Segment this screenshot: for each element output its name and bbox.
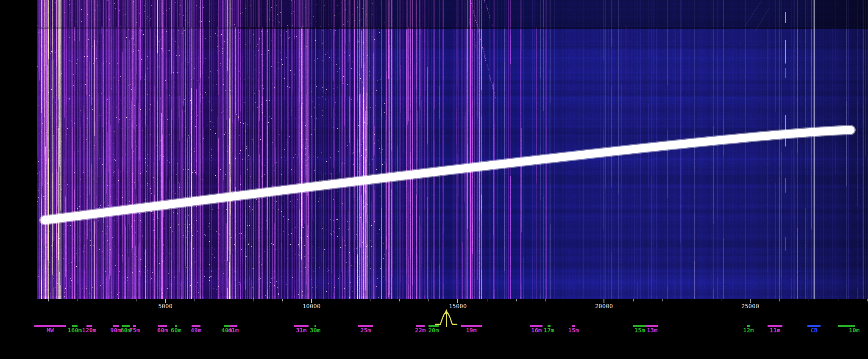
freq-tick-minor [867,299,868,301]
band-label-16m[interactable]: 16m [531,327,542,334]
tuning-marker[interactable] [435,309,457,327]
freq-tick-minor [692,299,692,301]
freq-tick-minor [809,299,809,301]
band-label-49m[interactable]: 49m [191,327,201,334]
freq-tick-minor [545,299,546,301]
freq-label: 25000 [741,303,759,309]
freq-tick-minor [575,299,575,301]
band-label-13m[interactable]: 13m [647,327,657,334]
band-label-12m[interactable]: 12m [743,327,754,334]
band-label-30m[interactable]: 30m [310,327,320,334]
freq-tick-minor [487,299,487,301]
freq-tick-minor [516,299,517,301]
freq-tick-minor [399,299,400,301]
band-label-17m[interactable]: 17m [543,327,554,334]
band-label-160m[interactable]: 160m [68,327,82,334]
freq-tick-minor [136,299,136,301]
marker-arrow-icon [445,309,448,314]
waterfall-spectrogram[interactable] [0,0,868,299]
freq-tick-minor [195,299,195,301]
band-label-25m[interactable]: 25m [360,327,371,334]
band-label-41m[interactable]: 41m [228,327,239,334]
freq-label: 20000 [595,303,613,309]
band-label-15m[interactable]: 15m [568,327,579,334]
freq-tick-minor [721,299,721,301]
freq-tick-minor [107,299,107,301]
freq-tick-minor [370,299,370,301]
band-label-20m[interactable]: 20m [428,327,439,334]
websdr-display: 500010000150002000025000 MW160m120m90m80… [0,0,868,359]
band-label-31m[interactable]: 31m [296,327,306,334]
band-label-15m[interactable]: 15m [634,327,645,334]
band-label-90m[interactable]: 90m [110,327,121,334]
band-label-11m[interactable]: 11m [770,327,780,334]
freq-tick-minor [282,299,283,301]
freq-tick-minor [253,299,253,301]
freq-tick-minor [48,299,49,301]
band-label-10m[interactable]: 10m [849,327,860,334]
band-label-MW[interactable]: MW [47,327,54,334]
band-label-CB[interactable]: CB [810,327,818,334]
band-label-22m[interactable]: 22m [415,327,426,334]
band-label-60m[interactable]: 60m [171,327,181,334]
freq-label: 5000 [158,303,172,309]
freq-tick-minor [779,299,780,301]
marker-passband-curve [435,312,457,324]
band-label-75m[interactable]: 75m [129,327,140,334]
freq-tick-minor [838,299,838,301]
freq-tick-minor [633,299,634,301]
freq-tick-minor [224,299,224,301]
freq-tick-minor [662,299,663,301]
freq-tick-minor [78,299,78,301]
freq-label: 15000 [449,303,467,309]
freq-label: 10000 [303,303,320,309]
band-label-60m[interactable]: 60m [157,327,168,334]
band-label-19m[interactable]: 19m [466,327,476,334]
band-label-120m[interactable]: 120m [82,327,97,334]
freq-tick-minor [341,299,341,301]
freq-tick-minor [428,299,429,301]
